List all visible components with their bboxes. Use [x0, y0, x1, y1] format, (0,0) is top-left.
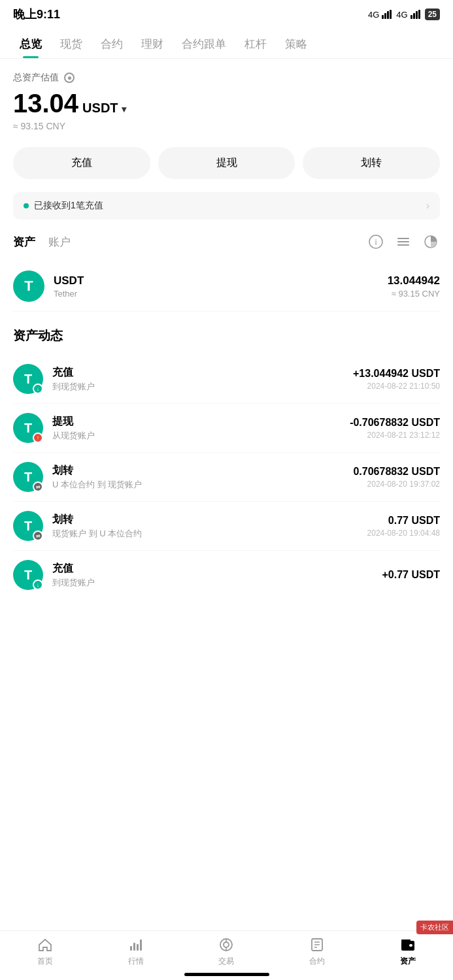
tx-time-1: 2024-08-22 21:10:50: [353, 382, 440, 391]
tx-info-2: 提现 从现货账户: [52, 415, 350, 442]
home-icon: [37, 936, 54, 953]
tx-icon-wrap-3: T ⇄: [13, 462, 43, 492]
signal1-icon: [382, 10, 394, 19]
tab-finance[interactable]: 理财: [132, 31, 173, 58]
tx-amount-3: 0.70678832 USDT: [353, 466, 440, 478]
tx-type-3: 划转: [52, 464, 353, 478]
tx-type-2: 提现: [52, 415, 350, 429]
asset-fullname: Tether: [54, 289, 388, 299]
asset-cny-equiv: ≈ 93.15 CNY: [388, 289, 440, 299]
svg-rect-17: [140, 939, 142, 951]
nav-tabs: 总览 现货 合约 理财 合约跟单 杠杆 策略: [0, 26, 453, 59]
asset-value: 13.044942 ≈ 93.15 CNY: [388, 274, 440, 299]
tab-overview[interactable]: 总览: [10, 31, 51, 58]
svg-rect-15: [133, 943, 135, 951]
tx-amount-1: +13.044942 USDT: [353, 368, 440, 380]
tx-time-3: 2024-08-20 19:37:02: [353, 480, 440, 489]
asset-list: T USDT Tether 13.044942 ≈ 93.15 CNY: [13, 261, 440, 312]
tx-desc-4: 现货账户 到 U 本位合约: [52, 528, 367, 540]
tab-copy-trade[interactable]: 合约跟单: [173, 31, 235, 58]
tx-info-3: 划转 U 本位合约 到 现货账户: [52, 464, 353, 491]
nav-assets[interactable]: 资产: [388, 936, 428, 967]
tx-item-3[interactable]: T ⇄ 划转 U 本位合约 到 现货账户 0.70678832 USDT 202…: [13, 453, 440, 502]
tx-type-5: 充值: [52, 562, 382, 576]
svg-rect-1: [384, 13, 386, 19]
tx-item-2[interactable]: T ↑ 提现 从现货账户 -0.70678832 USDT 2024-08-21…: [13, 404, 440, 453]
asset-amount-value: 13.044942: [388, 274, 440, 287]
svg-rect-10: [397, 238, 409, 239]
svg-rect-0: [382, 15, 384, 19]
svg-rect-27: [409, 944, 412, 947]
tx-type-4: 划转: [52, 513, 367, 527]
svg-point-19: [224, 942, 229, 947]
home-indicator: [184, 973, 269, 976]
nav-market[interactable]: 行情: [116, 936, 156, 967]
wallet-icon: [399, 936, 416, 953]
tx-info-4: 划转 现货账户 到 U 本位合约: [52, 513, 367, 540]
tx-amount-2: -0.70678832 USDT: [350, 417, 440, 429]
notif-dot: [24, 203, 29, 208]
nav-trade-label: 交易: [218, 956, 234, 967]
battery-level: 25: [425, 8, 440, 20]
tx-amount-5: +0.77 USDT: [382, 569, 440, 581]
tx-amount-4: 0.77 USDT: [367, 515, 440, 527]
tab-account[interactable]: 账户: [48, 235, 71, 250]
nav-assets-label: 资产: [400, 956, 416, 967]
tx-badge-3: ⇄: [33, 482, 43, 492]
tx-icon-wrap-1: T ↓: [13, 364, 43, 394]
visibility-toggle[interactable]: [64, 73, 75, 83]
tab-spot[interactable]: 现货: [51, 31, 92, 58]
signal1-label: 4G: [368, 10, 379, 20]
trade-icon: [218, 936, 235, 953]
transfer-button[interactable]: 划转: [303, 147, 440, 179]
tab-leverage[interactable]: 杠杆: [235, 31, 276, 58]
tx-item-4[interactable]: T ⇄ 划转 现货账户 到 U 本位合约 0.77 USDT 2024-08-2…: [13, 502, 440, 551]
svg-rect-12: [397, 244, 409, 246]
info-icon[interactable]: i: [367, 233, 385, 251]
tx-info-5: 充值 到现货账户: [52, 562, 382, 589]
tx-time-4: 2024-08-20 19:04:48: [367, 529, 440, 538]
status-bar: 晚上9:11 4G 4G 25: [0, 0, 453, 26]
tx-item-1[interactable]: T ↓ 充值 到现货账户 +13.044942 USDT 2024-08-22 …: [13, 355, 440, 404]
tab-assets[interactable]: 资产: [13, 235, 35, 250]
action-buttons: 充值 提现 划转: [13, 147, 440, 179]
deposit-button[interactable]: 充值: [13, 147, 150, 179]
asset-cny-value: ≈ 93.15 CNY: [13, 121, 440, 131]
tx-time-2: 2024-08-21 23:12:12: [350, 431, 440, 440]
asset-item-usdt[interactable]: T USDT Tether 13.044942 ≈ 93.15 CNY: [13, 261, 440, 312]
nav-contract-label: 合约: [309, 956, 325, 967]
svg-rect-11: [397, 241, 409, 242]
watermark: 卡农社区: [416, 921, 453, 934]
svg-rect-14: [130, 946, 132, 951]
tx-desc-3: U 本位合约 到 现货账户: [52, 479, 353, 491]
contract-icon: [309, 936, 326, 953]
nav-contract[interactable]: 合约: [297, 936, 337, 967]
svg-rect-28: [401, 939, 411, 941]
tab-contract[interactable]: 合约: [92, 31, 132, 58]
list-icon[interactable]: [394, 233, 412, 251]
section-tabs: 资产 账户 i: [13, 233, 440, 251]
withdraw-button[interactable]: 提现: [158, 147, 295, 179]
tx-item-5[interactable]: T ↓ 充值 到现货账户 +0.77 USDT: [13, 551, 440, 599]
svg-rect-16: [137, 944, 139, 951]
usdt-icon: T: [13, 270, 44, 302]
tx-value-4: 0.77 USDT 2024-08-20 19:04:48: [367, 515, 440, 538]
svg-rect-7: [418, 10, 420, 19]
asset-currency: USDT ▾: [82, 101, 126, 116]
tx-badge-5: ↓: [33, 580, 43, 590]
tx-icon-wrap-2: T ↑: [13, 413, 43, 443]
notification-bar[interactable]: 已接收到1笔充值 ›: [13, 192, 440, 220]
tx-desc-5: 到现货账户: [52, 577, 382, 589]
svg-rect-4: [411, 15, 412, 19]
tx-info-1: 充值 到现货账户: [52, 366, 353, 393]
svg-rect-3: [390, 10, 392, 19]
currency-dropdown[interactable]: ▾: [122, 104, 126, 114]
tab-strategy[interactable]: 策略: [276, 31, 316, 58]
nav-trade[interactable]: 交易: [207, 936, 246, 967]
chart-icon[interactable]: [422, 233, 440, 251]
status-time: 晚上9:11: [13, 7, 60, 22]
nav-home[interactable]: 首页: [25, 936, 65, 967]
tx-desc-2: 从现货账户: [52, 430, 350, 442]
asset-amount: 13.04: [13, 89, 78, 118]
svg-rect-26: [401, 941, 414, 951]
